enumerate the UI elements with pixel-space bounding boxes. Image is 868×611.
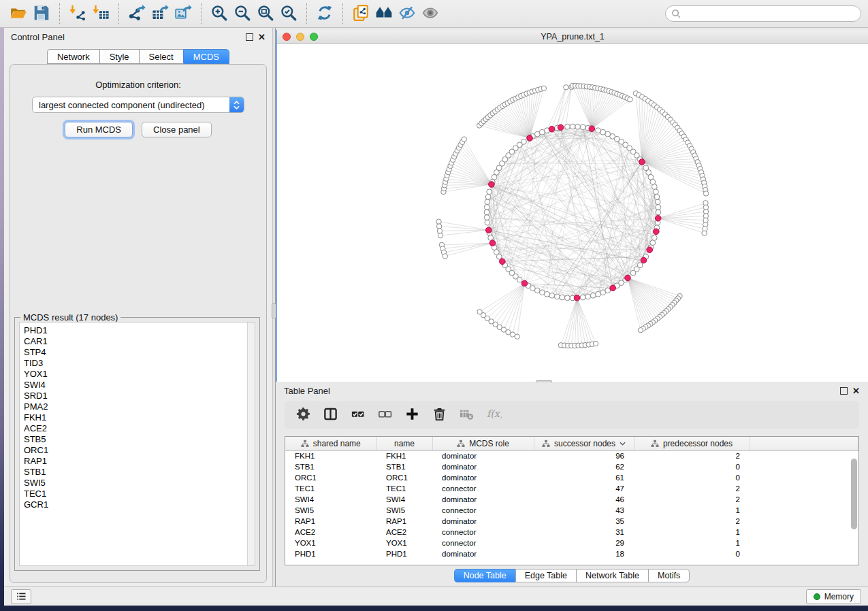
cell-shared_name[interactable]: FKH1 [285, 450, 376, 461]
cell-shared_name[interactable]: ACE2 [285, 527, 376, 538]
deselect-all-button[interactable] [373, 404, 396, 426]
cell-mcds_role[interactable]: connector [432, 505, 534, 516]
show-columns-button[interactable] [319, 404, 342, 426]
zoom-in-button[interactable] [208, 3, 231, 24]
cell-mcds_role[interactable]: dominator [432, 548, 534, 559]
result-list-item[interactable]: PHD1 [24, 325, 247, 336]
table-mode-gear-button[interactable] [291, 404, 315, 426]
cell-shared_name[interactable]: PHD1 [285, 548, 376, 559]
zoom-fit-button[interactable] [254, 3, 277, 24]
cell-name[interactable]: SWI4 [376, 494, 432, 505]
cell-mcds_role[interactable]: connector [432, 527, 534, 538]
result-list-item[interactable]: TEC1 [24, 489, 247, 499]
cell-predecessor_nodes[interactable]: 0 [634, 548, 750, 559]
mcds-result-list[interactable]: PHD1CAR1STP4TID3YOX1SWI4SRD1PMA2FKH1ACE2… [19, 322, 255, 566]
cell-predecessor_nodes[interactable]: 0 [634, 472, 750, 483]
result-list-item[interactable]: FKH1 [24, 412, 247, 423]
cell-shared_name[interactable]: TEC1 [285, 483, 376, 494]
cell-mcds_role[interactable]: dominator [432, 472, 534, 483]
result-list-item[interactable]: GCR1 [24, 499, 247, 510]
table-row[interactable]: SWI5SWI5connector431 [285, 505, 858, 516]
import-network-button[interactable] [66, 3, 89, 24]
search-box[interactable] [665, 5, 861, 22]
cell-successor_nodes[interactable]: 46 [534, 494, 634, 505]
cell-predecessor_nodes[interactable]: 2 [634, 483, 750, 494]
cell-shared_name[interactable]: YOX1 [285, 538, 376, 548]
result-list-item[interactable]: SWI5 [24, 478, 247, 489]
result-list-item[interactable]: RAP1 [24, 456, 247, 467]
table-row[interactable]: STB1STB1dominator620 [285, 461, 858, 472]
cell-name[interactable]: STB1 [376, 461, 432, 472]
cell-name[interactable]: RAP1 [376, 516, 432, 527]
table-row[interactable]: PHD1PHD1dominator180 [285, 548, 858, 559]
network-graph-canvas[interactable] [277, 44, 868, 380]
cell-successor_nodes[interactable]: 61 [534, 472, 634, 483]
tab-mcds[interactable]: MCDS [183, 49, 229, 64]
zoom-selected-button[interactable] [277, 3, 300, 24]
tab-network[interactable]: Network [47, 49, 99, 64]
run-mcds-button[interactable]: Run MCDS [65, 122, 133, 137]
column-header-shared-name[interactable]: shared name [285, 437, 376, 450]
criterion-dropdown[interactable]: largest connected component (undirected) [32, 97, 244, 113]
cell-mcds_role[interactable]: dominator [432, 516, 534, 527]
import-table-button[interactable] [89, 3, 112, 24]
tab-select[interactable]: Select [139, 49, 183, 64]
save-session-button[interactable] [30, 3, 53, 24]
table-row[interactable]: ACE2ACE2connector311 [285, 527, 858, 538]
result-list-item[interactable]: SWI4 [24, 380, 247, 391]
cell-shared_name[interactable]: STB1 [285, 461, 376, 472]
cell-successor_nodes[interactable]: 31 [534, 527, 634, 538]
tab-motifs[interactable]: Motifs [648, 569, 690, 582]
cell-successor_nodes[interactable]: 47 [534, 483, 634, 494]
memory-button[interactable]: Memory [806, 589, 861, 604]
table-scrollbar[interactable] [851, 459, 857, 529]
cell-mcds_role[interactable]: dominator [432, 494, 534, 505]
result-list-item[interactable]: ACE2 [24, 423, 247, 434]
cell-successor_nodes[interactable]: 29 [534, 538, 634, 548]
clone-network-button[interactable] [349, 3, 372, 24]
search-input[interactable] [685, 9, 855, 18]
close-panel-icon[interactable]: ✕ [258, 33, 266, 41]
cell-name[interactable]: SWI5 [376, 505, 432, 516]
hide-panel-button[interactable] [396, 3, 419, 24]
result-list-item[interactable]: YOX1 [24, 369, 247, 380]
task-history-button[interactable] [11, 589, 31, 604]
column-header-MCDS-role[interactable]: MCDS role [432, 437, 534, 450]
table-row[interactable]: TEC1TEC1connector472 [285, 483, 858, 494]
result-list-item[interactable]: STB1 [24, 467, 247, 478]
result-list-item[interactable]: CAR1 [24, 336, 247, 347]
cell-predecessor_nodes[interactable]: 2 [634, 494, 750, 505]
cell-shared_name[interactable]: RAP1 [285, 516, 376, 527]
cell-name[interactable]: PHD1 [376, 548, 432, 559]
cell-mcds_role[interactable]: connector [432, 483, 534, 494]
table-row[interactable]: RAP1RAP1dominator352 [285, 516, 858, 527]
tab-style[interactable]: Style [99, 49, 139, 64]
zoom-out-button[interactable] [231, 3, 254, 24]
cell-successor_nodes[interactable]: 35 [534, 516, 634, 527]
cell-predecessor_nodes[interactable]: 2 [634, 450, 750, 461]
cell-shared_name[interactable]: SWI4 [285, 494, 376, 505]
float-panel-icon[interactable] [246, 33, 253, 41]
tab-node-table[interactable]: Node Table [454, 569, 515, 582]
cell-successor_nodes[interactable]: 18 [534, 548, 634, 559]
show-panel-button[interactable] [419, 3, 442, 24]
delete-columns-button[interactable] [428, 404, 451, 426]
cell-predecessor_nodes[interactable]: 1 [634, 538, 750, 548]
cell-predecessor_nodes[interactable]: 1 [634, 505, 750, 516]
float-table-panel-icon[interactable] [840, 387, 848, 395]
cell-successor_nodes[interactable]: 96 [534, 450, 634, 461]
export-table-button[interactable] [148, 3, 172, 24]
node-table[interactable]: shared namenameMCDS rolesuccessor nodesp… [285, 436, 859, 565]
cell-mcds_role[interactable]: dominator [432, 461, 534, 472]
column-header-predecessor-nodes[interactable]: predecessor nodes [634, 437, 750, 450]
cell-name[interactable]: TEC1 [376, 483, 432, 494]
tab-network-table[interactable]: Network Table [576, 569, 648, 582]
export-network-button[interactable] [125, 3, 148, 24]
result-list-scrollbar[interactable] [247, 323, 255, 565]
close-table-panel-icon[interactable]: ✕ [852, 387, 860, 395]
column-header-name[interactable]: name [376, 437, 432, 450]
first-neighbors-button[interactable] [372, 3, 396, 24]
table-row[interactable]: SWI4SWI4dominator462 [285, 494, 858, 505]
select-all-button[interactable] [346, 404, 369, 426]
graph-nodes[interactable] [436, 83, 709, 348]
